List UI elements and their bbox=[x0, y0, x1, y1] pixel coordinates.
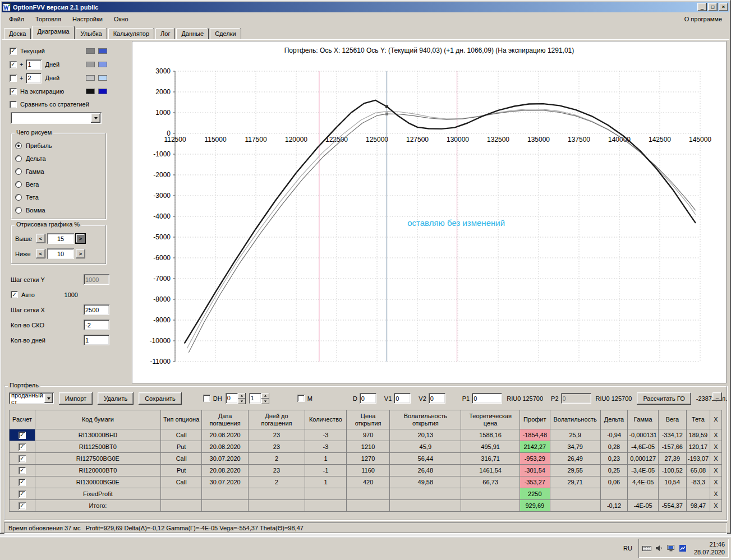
network-icon[interactable] bbox=[679, 545, 686, 552]
volume-icon[interactable] bbox=[655, 545, 663, 552]
tab-log[interactable]: Лог bbox=[155, 28, 175, 39]
display-icon[interactable] bbox=[667, 545, 675, 552]
delete-button[interactable]: Удалить bbox=[98, 392, 134, 405]
clock[interactable]: 21:46 28.07.2020 bbox=[694, 540, 725, 557]
menu-item-settings[interactable]: Настройки bbox=[67, 13, 108, 25]
tab-trades[interactable]: Сделки bbox=[210, 28, 241, 39]
radio-profit[interactable] bbox=[15, 142, 22, 149]
menu-item-window[interactable]: Окно bbox=[108, 13, 134, 25]
p1-input[interactable] bbox=[472, 393, 502, 404]
v2-input[interactable] bbox=[429, 393, 445, 404]
tab-data[interactable]: Данные bbox=[176, 28, 209, 39]
color-swatch[interactable] bbox=[98, 75, 107, 81]
radio-vomma[interactable] bbox=[15, 207, 22, 214]
below-input[interactable] bbox=[47, 248, 74, 259]
radio-delta[interactable] bbox=[15, 155, 22, 162]
color-swatch[interactable] bbox=[86, 62, 95, 67]
m-checkbox[interactable] bbox=[297, 395, 305, 402]
calc-cell[interactable]: ✓ bbox=[10, 429, 35, 441]
spin-down-icon[interactable] bbox=[261, 399, 269, 404]
tab-calculator[interactable]: Калькулятор bbox=[108, 28, 154, 39]
curve-checkbox-current[interactable]: ✓ bbox=[10, 48, 17, 55]
calc-cell[interactable]: ✓ bbox=[10, 453, 35, 465]
below-increase-button[interactable]: > bbox=[76, 249, 85, 258]
dh-spinner-2-input[interactable] bbox=[249, 393, 261, 404]
chevron-down-icon[interactable] bbox=[91, 113, 100, 123]
compare-strategy-checkbox[interactable] bbox=[10, 101, 17, 108]
spin-up-icon[interactable] bbox=[261, 393, 269, 399]
remove-row-button[interactable]: X bbox=[710, 429, 722, 441]
row-calc-checkbox[interactable]: ✓ bbox=[19, 443, 26, 451]
remove-row-button[interactable]: X bbox=[710, 500, 722, 512]
menu-item-file[interactable]: Файл bbox=[3, 13, 30, 25]
row-calc-checkbox[interactable]: ✓ bbox=[19, 490, 26, 498]
sko-input[interactable] bbox=[84, 320, 109, 330]
curve-checkbox-plus1[interactable]: ✓ bbox=[10, 61, 17, 68]
row-calc-checkbox[interactable]: ✓ bbox=[19, 455, 26, 462]
import-button[interactable]: Импорт bbox=[59, 392, 93, 405]
taskbar[interactable]: RU 21:46 28.07.2020 bbox=[0, 536, 731, 560]
strategy-select[interactable]: проданный ст bbox=[9, 392, 54, 404]
row-calc-checkbox[interactable]: ✓ bbox=[19, 502, 26, 510]
menu-item-about[interactable]: О программе bbox=[679, 13, 728, 25]
color-swatch[interactable] bbox=[98, 89, 107, 94]
radio-theta[interactable] bbox=[15, 194, 22, 201]
radio-gamma[interactable] bbox=[15, 168, 22, 175]
tab-diagram[interactable]: Диаграмма bbox=[32, 26, 74, 39]
row-calc-checkbox[interactable]: ✓ bbox=[19, 479, 26, 486]
above-increase-button[interactable]: > bbox=[76, 234, 85, 243]
dh-checkbox[interactable] bbox=[203, 395, 210, 402]
tab-smile[interactable]: Улыбка bbox=[76, 28, 107, 39]
minimize-button[interactable]: _ bbox=[697, 3, 707, 11]
close-button[interactable]: × bbox=[719, 3, 728, 11]
remove-row-button[interactable]: X bbox=[710, 476, 722, 488]
calc-cell[interactable]: ✓ bbox=[10, 465, 35, 476]
color-swatch[interactable] bbox=[86, 89, 95, 94]
radio-vega[interactable] bbox=[15, 181, 22, 188]
draw-option-vomma[interactable]: Вомма bbox=[15, 203, 102, 216]
calc-cell[interactable]: ✓ bbox=[10, 441, 35, 453]
above-decrease-button[interactable]: < bbox=[36, 234, 45, 243]
draw-option-vega[interactable]: Вега bbox=[15, 178, 102, 191]
calc-cell[interactable]: ✓ bbox=[10, 500, 35, 512]
profit-chart[interactable]: 3000200010000-1000-2000-3000-4000-5000-6… bbox=[132, 55, 725, 373]
remove-row-button[interactable]: X bbox=[710, 453, 722, 465]
language-indicator[interactable]: RU bbox=[620, 543, 636, 553]
remove-row-button[interactable]: X bbox=[710, 488, 722, 500]
color-swatch[interactable] bbox=[86, 75, 95, 81]
grid-x-input[interactable] bbox=[84, 304, 109, 315]
days-offset-input-plus1[interactable] bbox=[26, 59, 42, 70]
remove-row-button[interactable]: X bbox=[710, 441, 722, 453]
draw-option-theta[interactable]: Тета bbox=[15, 191, 102, 203]
chevron-down-icon[interactable] bbox=[44, 394, 52, 403]
collapse-portfolio-button[interactable]: _ bbox=[712, 392, 722, 401]
v1-input[interactable] bbox=[394, 393, 411, 404]
keyboard-icon[interactable] bbox=[642, 545, 651, 552]
auto-checkbox[interactable]: ✓ bbox=[11, 291, 18, 298]
dh-spinner-1-input[interactable] bbox=[226, 393, 238, 404]
calculate-go-button[interactable]: Рассчитать ГО bbox=[637, 392, 691, 405]
maximize-button[interactable]: □ bbox=[708, 3, 718, 11]
spin-down-icon[interactable] bbox=[238, 399, 246, 404]
title-bar[interactable]: OptionFVV версия 2.1 public _ □ × bbox=[2, 2, 729, 12]
menu-item-trading[interactable]: Торговля bbox=[30, 13, 67, 25]
days-count-input[interactable] bbox=[84, 335, 109, 345]
draw-option-gamma[interactable]: Гамма bbox=[15, 165, 102, 178]
row-calc-checkbox[interactable]: ✓ bbox=[19, 467, 26, 474]
curve-checkbox-plus2[interactable] bbox=[10, 75, 17, 82]
days-offset-input-plus2[interactable] bbox=[26, 73, 42, 84]
color-swatch[interactable] bbox=[98, 62, 107, 67]
above-input[interactable] bbox=[47, 233, 74, 244]
color-swatch[interactable] bbox=[86, 48, 95, 54]
strategy-compare-dropdown[interactable] bbox=[11, 112, 102, 124]
calc-cell[interactable]: ✓ bbox=[10, 476, 35, 488]
draw-option-profit[interactable]: Прибыль bbox=[15, 139, 102, 152]
draw-option-delta[interactable]: Дельта bbox=[15, 152, 102, 165]
remove-row-button[interactable]: X bbox=[710, 465, 722, 476]
curve-checkbox-expiration[interactable]: ✓ bbox=[10, 88, 17, 95]
save-button[interactable]: Сохранить bbox=[139, 392, 182, 405]
below-decrease-button[interactable]: < bbox=[36, 249, 45, 258]
color-swatch[interactable] bbox=[98, 48, 107, 54]
row-calc-checkbox[interactable]: ✓ bbox=[19, 432, 26, 439]
calc-cell[interactable]: ✓ bbox=[10, 488, 35, 500]
